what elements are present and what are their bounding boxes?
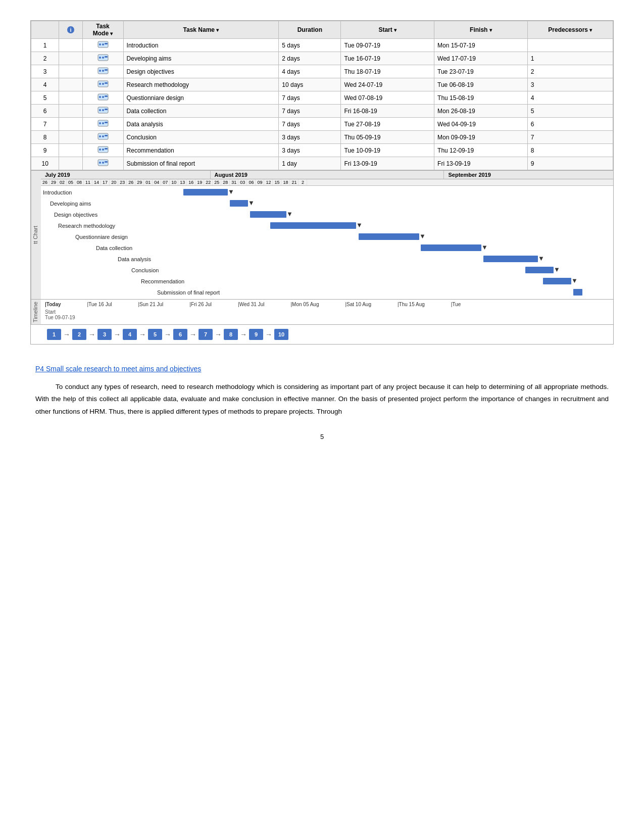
sequence-node: 1 — [47, 329, 61, 340]
bar-arrow: ▼ — [538, 255, 544, 262]
row-pred: 7 — [527, 131, 613, 144]
row-duration: 1 day — [279, 157, 341, 170]
row-duration: 3 days — [279, 131, 341, 144]
row-pred: 1 — [527, 52, 613, 65]
bar-label: Recommendation — [141, 278, 184, 284]
row-pred: 8 — [527, 144, 613, 157]
sequence-arrow: → — [63, 330, 70, 338]
table-row: 4 Research methodology 10 days Wed 24-07… — [31, 78, 613, 91]
row-duration: 10 days — [279, 78, 341, 91]
bar-row: Submission of final report — [43, 287, 611, 298]
bar-row: Research methodology▼ — [43, 220, 611, 231]
col-header-finish: Finish ▾ — [434, 21, 528, 39]
bar-arrow: ▼ — [356, 221, 363, 229]
row-icon — [59, 105, 82, 118]
row-finish: Thu 15-08-19 — [434, 91, 528, 105]
body-paragraph: To conduct any types of research, need t… — [35, 381, 609, 418]
table-row: 9 Recommendation 3 days Tue 10-09-19 Thu… — [31, 144, 613, 157]
timeline-label-item: |Mon 05 Aug — [290, 302, 319, 307]
chart-date-cell: 23 — [118, 179, 127, 185]
timeline-label-item: |Wed 31 Jul — [238, 302, 264, 307]
page-number: 5 — [35, 433, 609, 440]
bar-row: Developing aims▼ — [43, 198, 611, 209]
sequence-arrow: → — [240, 330, 247, 338]
row-num: 3 — [31, 65, 59, 78]
sequence-section: 1→2→3→4→5→6→7→8→9→10 — [30, 325, 614, 345]
row-finish: Wed 17-07-19 — [434, 52, 528, 65]
chart-date-cell: 22 — [204, 179, 213, 185]
row-taskname: Introduction — [123, 39, 279, 52]
row-icon — [59, 144, 82, 157]
table-row: 5 Questionniare design 7 days Wed 07-08-… — [31, 91, 613, 105]
row-pred: 2 — [527, 65, 613, 78]
bar-arrow: ▼ — [228, 188, 234, 195]
bar-row: Recommendation▼ — [43, 276, 611, 286]
svg-point-2 — [102, 43, 104, 45]
row-mode — [82, 52, 123, 65]
bar-label: Questionniare design — [75, 234, 128, 240]
row-start: Fri 13-09-19 — [341, 157, 434, 170]
row-mode — [82, 144, 123, 157]
sequence-arrow: → — [114, 330, 121, 338]
bar-arrow: ▼ — [481, 243, 488, 251]
table-row: 8 Conclusion 3 days Thu 05-09-19 Mon 09-… — [31, 131, 613, 144]
timeline-label-item: |Sun 21 Jul — [138, 302, 163, 307]
svg-point-6 — [102, 57, 104, 59]
row-pred: 6 — [527, 118, 613, 131]
chart-date-cell: 17 — [101, 179, 110, 185]
row-finish: Tue 23-07-19 — [434, 65, 528, 78]
row-start: Thu 05-09-19 — [341, 131, 434, 144]
chart-date-cell: 06 — [247, 179, 256, 185]
month-july: July 2019 — [41, 171, 211, 179]
timeline-label-item: |Fri 26 Jul — [189, 302, 212, 307]
timeline-side-label: Timeline — [31, 300, 41, 324]
row-num: 5 — [31, 91, 59, 105]
svg-rect-31 — [105, 135, 108, 136]
col-header-start: Start ▾ — [341, 21, 434, 39]
sequence-node: 3 — [97, 329, 112, 340]
chart-bars-area: Introduction▼Developing aims▼Design obje… — [41, 186, 613, 299]
row-mode — [82, 65, 123, 78]
gantt-bar — [421, 244, 481, 251]
timeline-date-labels: |Today|Tue 16 Jul|Sun 21 Jul|Fri 26 Jul|… — [45, 302, 609, 307]
row-finish: Mon 26-08-19 — [434, 105, 528, 118]
gantt-bar — [543, 278, 571, 284]
bar-arrow: ▼ — [554, 266, 560, 273]
row-duration: 7 days — [279, 91, 341, 105]
svg-rect-11 — [105, 69, 108, 71]
row-mode — [82, 105, 123, 118]
bar-row: Data analysis▼ — [43, 254, 611, 264]
svg-point-14 — [102, 83, 104, 85]
table-row: 6 Data collection 7 days Fri 16-08-19 Mo… — [31, 105, 613, 118]
chart-date-row: 2629020508111417202326290104071013161922… — [41, 179, 613, 186]
timeline-content: |Today|Tue 16 Jul|Sun 21 Jul|Fri 26 Jul|… — [41, 300, 613, 324]
row-taskname: Developing aims — [123, 52, 279, 65]
bar-label: Data analysis — [118, 256, 151, 262]
chart-date-cell: 28 — [221, 179, 230, 185]
task-mode-icon — [97, 80, 109, 88]
bar-arrow: ▼ — [419, 232, 426, 240]
chart-date-cell: 07 — [161, 179, 170, 185]
bar-row: Questionniare design▼ — [43, 231, 611, 242]
col-header-mode: TaskMode ▾ — [82, 21, 123, 39]
row-duration: 7 days — [279, 118, 341, 131]
row-taskname: Research methodology — [123, 78, 279, 91]
sequence-node: 4 — [123, 329, 137, 340]
task-mode-icon — [97, 106, 109, 114]
gantt-bar — [359, 233, 419, 240]
timeline-label-item: |Tue — [451, 302, 461, 307]
svg-point-13 — [99, 83, 101, 85]
row-num: 2 — [31, 52, 59, 65]
table-row: 1 Introduction 5 days Tue 09-07-19 Mon 1… — [31, 39, 613, 52]
task-mode-icon — [97, 145, 109, 154]
row-taskname: Recommendation — [123, 144, 279, 157]
svg-rect-19 — [105, 95, 108, 97]
row-num: 4 — [31, 78, 59, 91]
sequence-arrow: → — [189, 330, 196, 338]
row-pred: 4 — [527, 91, 613, 105]
svg-rect-27 — [105, 122, 108, 123]
row-taskname: Questionniare design — [123, 91, 279, 105]
row-taskname: Data collection — [123, 105, 279, 118]
bar-label: Research methodology — [58, 223, 115, 229]
col-header-pred: Predecessors ▾ — [527, 21, 613, 39]
